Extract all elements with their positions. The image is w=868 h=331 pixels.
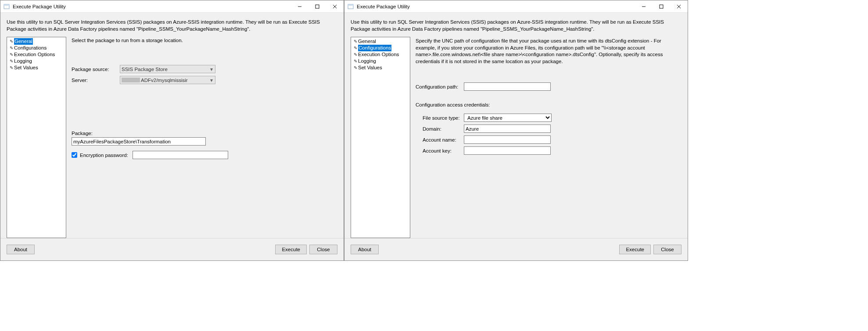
account-name-input[interactable] [464, 135, 551, 144]
about-button[interactable]: About [351, 245, 379, 254]
footer: About Execute Close [344, 238, 688, 260]
nav-item-general[interactable]: ✎General [352, 38, 409, 45]
intro-text: Use this utility to run SQL Server Integ… [7, 17, 335, 37]
nav-panel: ✎General ✎Configurations ✎Execution Opti… [351, 37, 410, 238]
chevron-down-icon: ▾ [208, 65, 215, 73]
pin-icon: ✎ [353, 58, 358, 64]
nav-item-execution-options[interactable]: ✎Execution Options [8, 51, 65, 58]
nav-item-label: Execution Options [358, 51, 399, 58]
nav-item-logging[interactable]: ✎Logging [8, 58, 65, 64]
nav-item-label: Configurations [14, 45, 47, 51]
pin-icon: ✎ [353, 51, 358, 58]
window-title: Execute Package Utility [357, 4, 410, 9]
account-key-label: Account key: [423, 148, 464, 153]
app-icon [3, 3, 10, 10]
about-button[interactable]: About [7, 245, 35, 254]
config-path-label: Configuration path: [416, 84, 464, 89]
window-configurations: Execute Package Utility Use this utility… [344, 0, 688, 261]
nav-item-label: Set Values [358, 64, 382, 71]
footer: About Execute Close [0, 238, 344, 260]
nav-item-set-values[interactable]: ✎Set Values [8, 64, 65, 71]
minimize-button[interactable] [291, 0, 308, 12]
package-source-select[interactable]: SSIS Package Store ▾ [120, 65, 215, 73]
nav-item-label: General [14, 38, 33, 45]
pin-icon: ✎ [353, 38, 358, 45]
maximize-button[interactable] [653, 0, 670, 12]
encryption-password-label: Encryption password: [80, 153, 130, 158]
encryption-password-input[interactable] [133, 151, 228, 159]
nav-item-label: Set Values [14, 64, 38, 71]
config-path-input[interactable] [464, 82, 551, 91]
close-button[interactable] [326, 0, 344, 12]
close-footer-button[interactable]: Close [309, 245, 337, 254]
pin-icon: ✎ [9, 51, 14, 58]
titlebar: Execute Package Utility [0, 0, 344, 13]
pin-icon: ✎ [353, 45, 358, 51]
domain-label: Domain: [423, 126, 464, 132]
file-source-type-label: File source type: [423, 115, 464, 121]
nav-item-set-values[interactable]: ✎Set Values [352, 64, 409, 71]
pin-icon: ✎ [353, 64, 358, 71]
maximize-button[interactable] [308, 0, 326, 12]
execute-button[interactable]: Execute [619, 245, 651, 254]
redacted-block [122, 78, 140, 82]
nav-item-configurations[interactable]: ✎Configurations [352, 45, 409, 51]
svg-rect-7 [348, 4, 353, 6]
nav-item-label: Configurations [358, 45, 391, 51]
package-label: Package: [72, 131, 335, 136]
page-heading: Specify the UNC path of configuration fi… [416, 38, 679, 65]
nav-item-execution-options[interactable]: ✎Execution Options [352, 51, 409, 58]
pin-icon: ✎ [9, 64, 14, 71]
package-source-value: SSIS Package Store [122, 67, 168, 72]
nav-item-configurations[interactable]: ✎Configurations [8, 45, 65, 51]
server-select[interactable]: ADFv2/mysqlmissisir ▾ [120, 76, 215, 84]
nav-item-label: Logging [14, 58, 32, 64]
nav-item-label: Logging [358, 58, 376, 64]
page-heading: Select the package to run from a storage… [72, 38, 335, 43]
server-value: ADFv2/mysqlmissisir [141, 78, 188, 83]
nav-item-label: Execution Options [14, 51, 55, 58]
pin-icon: ✎ [9, 38, 14, 45]
intro-text: Use this utility to run SQL Server Integ… [351, 17, 679, 37]
pin-icon: ✎ [9, 45, 14, 51]
svg-rect-9 [660, 5, 663, 8]
account-key-input[interactable] [464, 146, 551, 155]
config-credentials-heading: Configuration access credentials: [416, 102, 679, 107]
encryption-password-checkbox[interactable] [72, 152, 77, 158]
app-icon [347, 3, 354, 10]
window-general: Execute Package Utility Use this utility… [0, 0, 344, 261]
package-source-label: Package source: [72, 67, 120, 72]
close-button[interactable] [670, 0, 688, 12]
nav-item-logging[interactable]: ✎Logging [352, 58, 409, 64]
svg-rect-1 [4, 4, 9, 6]
package-input[interactable] [72, 137, 206, 146]
minimize-button[interactable] [635, 0, 653, 12]
file-source-type-select[interactable]: Azure file share [464, 114, 552, 122]
window-title: Execute Package Utility [13, 4, 66, 9]
chevron-down-icon: ▾ [208, 76, 215, 84]
domain-input[interactable] [464, 125, 551, 133]
server-label: Server: [72, 78, 120, 83]
pin-icon: ✎ [9, 58, 14, 64]
svg-rect-3 [316, 5, 319, 8]
nav-item-label: General [358, 38, 376, 45]
close-footer-button[interactable]: Close [653, 245, 681, 254]
account-name-label: Account name: [423, 137, 464, 142]
execute-button[interactable]: Execute [275, 245, 307, 254]
titlebar: Execute Package Utility [344, 0, 688, 13]
nav-item-general[interactable]: ✎General [8, 38, 65, 45]
nav-panel: ✎General ✎Configurations ✎Execution Opti… [7, 37, 66, 238]
